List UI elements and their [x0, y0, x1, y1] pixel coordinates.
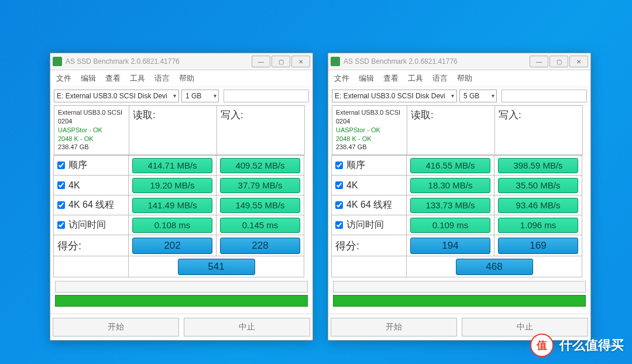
device-size: 238.47 GB	[336, 143, 403, 152]
align-status: 2048 K - OK	[58, 135, 125, 143]
device-name: External USB3.0 SCSI	[336, 108, 403, 117]
assd-window-2: AS SSD Benchmark 2.0.6821.41776 — ▢ ✕ 文件…	[328, 53, 591, 341]
progress-bar-1	[55, 281, 308, 293]
watermark-logo: 值	[530, 334, 554, 357]
seq-check[interactable]	[57, 162, 65, 169]
row-score: 得分:	[331, 235, 407, 256]
size-select[interactable]: 1 GB	[181, 90, 219, 102]
seq-check[interactable]	[335, 162, 343, 169]
4k-write: 35.50 MB/s	[498, 178, 578, 193]
close-button[interactable]: ✕	[291, 56, 310, 67]
score-total: 541	[178, 259, 255, 275]
row-seq: 顺序	[331, 155, 407, 176]
menu-lang[interactable]: 语言	[432, 73, 448, 84]
col-write: 写入:	[217, 105, 305, 155]
menu-help[interactable]: 帮助	[179, 73, 194, 84]
menu-edit[interactable]: 编辑	[81, 73, 96, 84]
seq-read: 414.71 MB/s	[132, 158, 212, 173]
toolbar: E: External USB3.0 SCSI Disk Devi 5 GB	[328, 87, 590, 105]
device-fw: 0204	[336, 117, 403, 126]
total-spacer	[53, 256, 129, 277]
compare-input[interactable]	[502, 90, 587, 102]
watermark: 值 什么值得买	[530, 334, 624, 357]
titlebar[interactable]: AS SSD Benchmark 2.0.6821.41776 — ▢ ✕	[50, 53, 312, 70]
assd-window-1: AS SSD Benchmark 2.0.6821.41776 — ▢ ✕ 文件…	[50, 53, 313, 341]
device-fw: 0204	[58, 117, 125, 126]
watermark-text: 什么值得买	[559, 336, 624, 354]
score-total: 468	[456, 259, 533, 275]
menu-view[interactable]: 查看	[383, 73, 399, 84]
close-button[interactable]: ✕	[569, 56, 588, 67]
drive-select[interactable]: E: External USB3.0 SCSI Disk Devi	[54, 90, 179, 102]
menu-view[interactable]: 查看	[105, 73, 121, 84]
col-read: 读取:	[129, 105, 217, 155]
score-write: 169	[498, 238, 578, 254]
score-read: 202	[132, 238, 212, 254]
acc-write: 1.096 ms	[498, 218, 578, 233]
drive-select[interactable]: E: External USB3.0 SCSI Disk Devi	[332, 90, 457, 102]
4k-check[interactable]	[57, 181, 65, 189]
score-read: 194	[410, 238, 490, 254]
row-score: 得分:	[53, 235, 129, 256]
stop-button[interactable]: 中止	[184, 318, 310, 336]
acc-read: 0.109 ms	[410, 218, 490, 233]
menu-edit[interactable]: 编辑	[359, 73, 374, 84]
toolbar: E: External USB3.0 SCSI Disk Devi 1 GB	[50, 87, 312, 105]
titlebar[interactable]: AS SSD Benchmark 2.0.6821.41776 — ▢ ✕	[328, 53, 590, 70]
menubar: 文件 编辑 查看 工具 语言 帮助	[50, 70, 312, 87]
app-icon	[53, 57, 62, 66]
4k64-write: 93.46 MB/s	[498, 198, 578, 213]
4k64-read: 133.73 MB/s	[410, 198, 490, 213]
row-4k: 4K	[331, 175, 407, 195]
acc-read: 0.108 ms	[132, 218, 212, 233]
total-spacer	[331, 256, 407, 277]
progress-bar-2	[333, 295, 586, 307]
start-button[interactable]: 开始	[53, 318, 179, 336]
progress-bar-1	[333, 281, 586, 293]
seq-read: 416.55 MB/s	[410, 158, 490, 173]
4k64-write: 149.55 MB/s	[220, 198, 300, 213]
menu-file[interactable]: 文件	[56, 73, 71, 84]
score-write: 228	[220, 238, 300, 254]
row-acc: 访问时间	[331, 215, 407, 235]
menu-lang[interactable]: 语言	[154, 73, 170, 84]
menu-tools[interactable]: 工具	[408, 73, 423, 84]
minimize-button[interactable]: —	[252, 56, 270, 67]
4k64-check[interactable]	[57, 201, 65, 209]
seq-write: 409.52 MB/s	[220, 158, 300, 173]
progress-bar-2	[55, 295, 308, 307]
window-title: AS SSD Benchmark 2.0.6821.41776	[66, 57, 250, 66]
acc-check[interactable]	[335, 221, 343, 229]
device-info: External USB3.0 SCSI 0204 UASPStor - OK …	[54, 105, 129, 155]
minimize-button[interactable]: —	[530, 56, 548, 67]
start-button[interactable]: 开始	[331, 318, 457, 336]
col-read: 读取:	[407, 105, 495, 155]
compare-input[interactable]	[224, 90, 309, 102]
menubar: 文件 编辑 查看 工具 语言 帮助	[328, 70, 590, 87]
driver-status: UASPStor - OK	[336, 126, 403, 135]
menu-help[interactable]: 帮助	[457, 73, 472, 84]
menu-file[interactable]: 文件	[334, 73, 349, 84]
size-select[interactable]: 5 GB	[459, 90, 497, 102]
4k64-check[interactable]	[335, 201, 343, 209]
row-seq: 顺序	[53, 155, 129, 176]
acc-write: 0.145 ms	[220, 218, 300, 233]
4k-read: 18.30 MB/s	[410, 178, 490, 193]
acc-check[interactable]	[57, 221, 65, 229]
maximize-button[interactable]: ▢	[549, 56, 568, 67]
menu-tools[interactable]: 工具	[130, 73, 145, 84]
4k-write: 37.79 MB/s	[220, 178, 300, 193]
seq-write: 398.59 MB/s	[498, 158, 578, 173]
device-info: External USB3.0 SCSI 0204 UASPStor - OK …	[332, 105, 407, 155]
device-size: 238.47 GB	[58, 143, 125, 152]
row-4k64: 4K 64 线程	[53, 195, 129, 215]
row-acc: 访问时间	[53, 215, 129, 235]
driver-status: UASPStor - OK	[58, 126, 125, 135]
4k-check[interactable]	[335, 181, 343, 189]
4k-read: 19.20 MB/s	[132, 178, 212, 193]
col-write: 写入:	[494, 105, 583, 155]
4k64-read: 141.49 MB/s	[132, 198, 212, 213]
desktop: AS SSD Benchmark 2.0.6821.41776 — ▢ ✕ 文件…	[0, 0, 632, 364]
align-status: 2048 K - OK	[336, 135, 403, 143]
maximize-button[interactable]: ▢	[272, 56, 290, 67]
